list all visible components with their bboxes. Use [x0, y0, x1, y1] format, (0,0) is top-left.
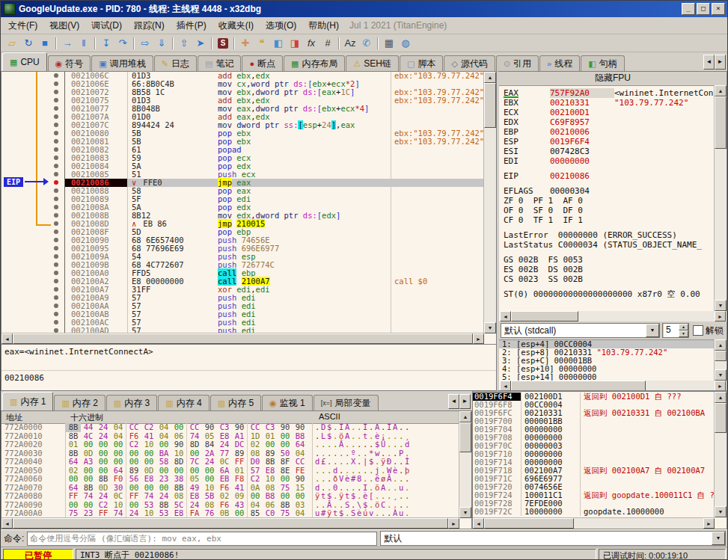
- calling-convention-select[interactable]: 默认 (stdcall) ▼: [501, 323, 660, 338]
- hide-fpu-button[interactable]: 隐藏FPU: [499, 72, 727, 86]
- pause-icon[interactable]: ‖: [76, 36, 92, 51]
- run-to-cursor-icon[interactable]: ⇨: [137, 36, 153, 51]
- breakpoint-dot-cell[interactable]: [48, 105, 65, 113]
- arguments-horizontal-scrollbar[interactable]: ◄ ►: [500, 381, 726, 391]
- dump-row[interactable]: 772A00008B442404CCC20400CC90C390CCC39090…: [1, 423, 459, 432]
- breakpoint-dot-cell[interactable]: [48, 310, 65, 319]
- registers-vertical-scrollbar[interactable]: ▲ ▼: [714, 85, 727, 311]
- seh-icon[interactable]: S: [215, 36, 231, 51]
- breakpoint-dot-cell[interactable]: [48, 294, 65, 302]
- arguments-vertical-scrollbar[interactable]: ▲ ▼: [714, 339, 727, 381]
- breakpoint-dot-cell[interactable]: [48, 277, 65, 286]
- tab-source[interactable]: ◇源代码: [444, 55, 495, 71]
- trace-icon[interactable]: ✆: [358, 36, 375, 51]
- tab-dump-5[interactable]: ▥内存 5: [210, 395, 261, 410]
- dump-row[interactable]: 772A004064A300000000588D7C240CFFD08B8FCC…: [1, 458, 459, 467]
- stack-row[interactable]: 0019F72C10000000goopdate.10000000: [473, 508, 715, 516]
- step-into-icon[interactable]: ↧: [98, 36, 114, 51]
- breakpoint-dot-cell[interactable]: [48, 187, 65, 195]
- label-icon[interactable]: ◧: [270, 36, 287, 51]
- breakpoint-dot-cell[interactable]: [48, 269, 65, 277]
- breakpoint-dot-cell[interactable]: [48, 88, 65, 96]
- step-down-icon[interactable]: ⇓: [153, 36, 170, 51]
- disasm-horizontal-scrollbar[interactable]: ◄►: [1, 333, 484, 344]
- tab-script[interactable]: ▢脚本: [400, 55, 443, 71]
- case-icon[interactable]: Az: [342, 36, 358, 51]
- breakpoint-dot-cell[interactable]: [48, 261, 65, 269]
- tab-notes[interactable]: ▤笔记: [198, 55, 241, 71]
- register-row[interactable]: OF 0 SF 0 DF 0: [504, 206, 715, 215]
- chevron-down-icon[interactable]: ▼: [646, 324, 659, 337]
- breakpoint-dot-cell[interactable]: [48, 129, 65, 138]
- register-row[interactable]: LastStatus C0000034 (STATUS_OBJECT_NAME_: [504, 240, 715, 250]
- menu-item-6[interactable]: 选项(O): [260, 18, 302, 34]
- menu-item-7[interactable]: 帮助(H): [302, 18, 345, 34]
- breakpoint-dot-cell[interactable]: [48, 154, 65, 162]
- maximize-button[interactable]: □: [697, 3, 710, 15]
- register-row[interactable]: CS 0023 SS 002B: [504, 274, 715, 284]
- register-row[interactable]: ESI007428C3: [504, 147, 715, 156]
- menu-item-2[interactable]: 调试(D): [85, 18, 128, 34]
- breakpoint-dot-cell[interactable]: [48, 319, 65, 327]
- dump-row[interactable]: 772A00A07523FF74241053E8FA760B0085C07504…: [1, 509, 459, 518]
- stack-vertical-scrollbar[interactable]: ▲ ▼: [714, 392, 727, 517]
- register-row[interactable]: ES 002B DS 002B: [504, 265, 715, 274]
- function-icon[interactable]: fx: [303, 36, 319, 51]
- tab-threads[interactable]: »线程: [539, 55, 580, 71]
- minimize-button[interactable]: _: [682, 3, 695, 15]
- breakpoint-dot-cell[interactable]: [48, 244, 65, 253]
- tab-seh-chain[interactable]: ⚠SEH链: [346, 55, 399, 71]
- argument-count-stepper[interactable]: 5 ▲▼: [662, 323, 689, 338]
- breakpoint-dot-cell[interactable]: [48, 253, 65, 261]
- breakpoint-dot-cell[interactable]: [48, 195, 65, 203]
- dump-row[interactable]: 772A002001000000C21000908D8424DC02000064…: [1, 440, 459, 449]
- breakpoint-dot-cell[interactable]: [48, 179, 65, 187]
- hash-icon[interactable]: #: [319, 36, 336, 51]
- patch-icon[interactable]: ✚: [237, 36, 254, 51]
- breakpoint-dot-cell[interactable]: [48, 170, 65, 179]
- breakpoint-dot-cell[interactable]: [48, 96, 65, 105]
- tab-memory-map[interactable]: ▦内存布局: [284, 55, 345, 71]
- run-icon[interactable]: →: [59, 36, 76, 51]
- tab-cpu[interactable]: ▦CPU: [2, 52, 47, 71]
- close-button[interactable]: ×: [712, 3, 725, 15]
- menu-item-1[interactable]: 视图(V): [43, 18, 85, 34]
- breakpoint-dot-cell[interactable]: [48, 72, 65, 80]
- checkbox-icon[interactable]: [693, 325, 703, 336]
- register-row[interactable]: EFLAGS00000304: [504, 186, 715, 196]
- register-row[interactable]: EDI00000000: [504, 156, 715, 166]
- breakpoint-dot-cell[interactable]: [48, 203, 65, 212]
- tab-log[interactable]: ✎日志: [154, 55, 197, 71]
- register-row[interactable]: ECX002100D1: [504, 108, 715, 117]
- tab-locals[interactable]: [x=]局部变量: [313, 395, 379, 410]
- tab-call-stack[interactable]: ▣调用堆栈: [91, 55, 153, 71]
- tab-dump-1[interactable]: ▥内存 1: [2, 392, 53, 410]
- registers-horizontal-scrollbar[interactable]: ◄ ►: [500, 311, 726, 321]
- tab-references[interactable]: ⊙引用: [496, 55, 539, 71]
- stop-icon[interactable]: ■: [37, 36, 53, 51]
- breakpoint-dot-cell[interactable]: [48, 146, 65, 154]
- command-input[interactable]: [27, 532, 377, 546]
- dump-tabbar-scroll-left-button[interactable]: ◄: [448, 394, 459, 409]
- register-row[interactable]: ZF 0 PF 1 AF 0: [504, 196, 715, 206]
- restart-icon[interactable]: ↻: [20, 36, 37, 51]
- breakpoint-dot-cell[interactable]: [48, 138, 65, 146]
- menu-item-0[interactable]: 文件(F): [2, 18, 43, 34]
- breakpoint-dot-cell[interactable]: [48, 286, 65, 294]
- dump-tabbar-scroll-right-button[interactable]: ►: [459, 394, 471, 409]
- breakpoint-dot-cell[interactable]: [48, 113, 65, 121]
- unlock-checkbox[interactable]: 解锁: [691, 324, 725, 337]
- register-row[interactable]: EIP00210086: [504, 171, 715, 181]
- register-row[interactable]: LastError 00000000 (ERROR_SUCCESS): [504, 230, 715, 240]
- tabbar-scroll-left-button[interactable]: ◄: [703, 55, 715, 70]
- open-file-icon[interactable]: ▱: [4, 36, 20, 51]
- menu-item-4[interactable]: 插件(P): [171, 18, 212, 34]
- step-over-icon[interactable]: ↷: [114, 36, 131, 51]
- run-to-user-code-icon[interactable]: ➤: [192, 36, 209, 51]
- breakpoint-dot-cell[interactable]: [48, 162, 65, 170]
- menu-item-5[interactable]: 收藏夹(I): [212, 18, 260, 34]
- bookmark-icon[interactable]: ◨: [287, 36, 303, 51]
- tab-symbols[interactable]: ◉符号: [48, 55, 91, 71]
- tab-handles[interactable]: ◧句柄: [581, 55, 624, 71]
- tab-dump-2[interactable]: ▥内存 2: [54, 395, 105, 410]
